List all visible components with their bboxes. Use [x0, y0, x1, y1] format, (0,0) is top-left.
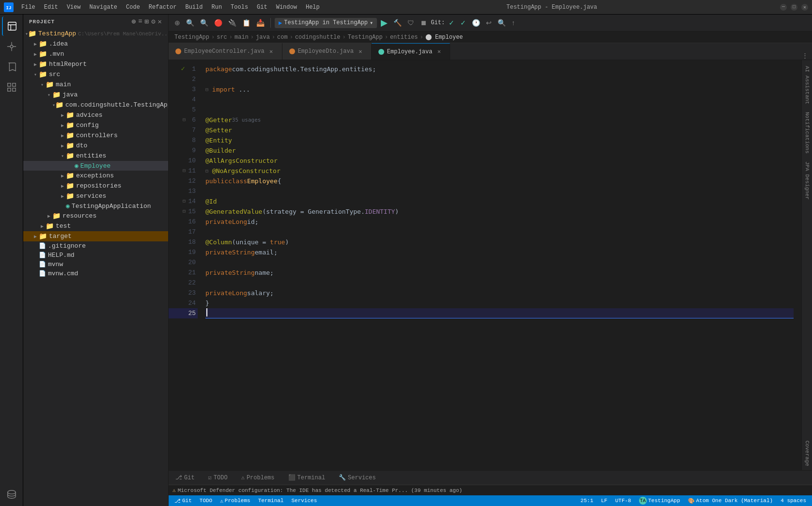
menu-build[interactable]: Build	[181, 3, 206, 12]
minimize-button[interactable]: ─	[780, 4, 787, 11]
breadcrumb-com[interactable]: com	[277, 34, 288, 41]
maximize-button[interactable]: □	[791, 4, 797, 11]
tree-employee-file[interactable]: ▶ ◉ Employee	[23, 161, 168, 171]
bottom-tab-terminal[interactable]: ⬛ Terminal	[281, 471, 332, 484]
fold-icon-11[interactable]: ⊟	[183, 166, 186, 176]
git-push[interactable]: ↑	[510, 17, 517, 29]
tree-mvn[interactable]: ▶ 📁 .mvn	[23, 49, 168, 59]
run-configuration[interactable]: ▶ TestingApp in TestingApp ▾	[275, 18, 377, 28]
run-button[interactable]: ▶	[379, 16, 390, 30]
tree-help[interactable]: ▶ 📄 HELP.md	[23, 251, 168, 260]
git-search[interactable]: 🔍	[496, 17, 508, 29]
tab-employee-controller[interactable]: EmployeeController.java ✕	[169, 43, 282, 60]
menu-view[interactable]: View	[63, 3, 85, 12]
tree-java[interactable]: ▾ 📁 java	[23, 90, 168, 100]
menu-refactor[interactable]: Refactor	[145, 3, 181, 12]
status-line-ending[interactable]: LF	[599, 498, 609, 504]
right-jpa-designer[interactable]: JPA Designer	[803, 158, 811, 204]
bottom-tab-git[interactable]: ⎇ Git	[169, 471, 202, 484]
tree-idea[interactable]: ▶ 📁 .idea	[23, 39, 168, 49]
tree-entities[interactable]: ▾ 📁 entities	[23, 151, 168, 161]
git-checkmark2[interactable]: ✓	[458, 17, 468, 29]
tree-test[interactable]: ▶ 📁 test	[23, 221, 168, 231]
bottom-tab-problems[interactable]: ⚠ Problems	[234, 471, 281, 484]
menu-window[interactable]: Window	[272, 3, 301, 12]
menu-help[interactable]: Help	[302, 3, 324, 12]
breadcrumb-employee[interactable]: ⬤ Employee	[425, 33, 463, 41]
close-button[interactable]: ✕	[801, 4, 808, 11]
activity-commit[interactable]	[2, 37, 21, 56]
tab-close-employee[interactable]: ✕	[435, 48, 443, 56]
tree-src[interactable]: ▾ 📁 src	[23, 69, 168, 79]
tab-employee[interactable]: Employee.java ✕	[372, 43, 451, 60]
tree-dto[interactable]: ▶ 📁 dto	[23, 141, 168, 151]
git-undo[interactable]: ↩	[484, 17, 494, 29]
right-coverage[interactable]: Coverage	[803, 437, 811, 470]
git-checkmark1[interactable]: ✓	[447, 17, 456, 29]
tree-config[interactable]: ▶ 📁 config	[23, 120, 168, 130]
sidebar-action-close[interactable]: ✕	[158, 17, 162, 26]
stop-button[interactable]: ⏹	[418, 17, 429, 29]
tree-root[interactable]: ▾ 📁 TestingApp C:\Users\Prem Mane\OneDri…	[23, 29, 168, 39]
status-theme[interactable]: 🎨 Atom One Dark (Material)	[686, 498, 775, 504]
tree-htmlreport[interactable]: ▶ 📁 htmlReport	[23, 59, 168, 69]
activity-project[interactable]	[2, 16, 21, 36]
menu-file[interactable]: File	[17, 3, 39, 12]
status-git-branch[interactable]: ⎇ Git	[172, 498, 194, 504]
tree-app-file[interactable]: ▶ ◉ TestingAppApplication	[23, 201, 168, 211]
code-content[interactable]: package com.codingshuttle.TestingApp.ent…	[198, 60, 801, 470]
breadcrumb-main[interactable]: main	[234, 34, 249, 41]
breadcrumb-testingapp[interactable]: TestingApp	[174, 34, 209, 41]
tab-close-controller[interactable]: ✕	[267, 47, 275, 55]
toolbar-btn-3[interactable]: 🔍	[198, 17, 210, 29]
tree-controllers[interactable]: ▶ 📁 controllers	[23, 130, 168, 141]
right-ai-assistant[interactable]: AI Assistant	[803, 62, 811, 108]
status-encoding[interactable]: UTF-8	[613, 498, 633, 504]
build-button[interactable]: 🔨	[391, 17, 404, 29]
tree-target[interactable]: ▶ 📁 target	[23, 231, 168, 241]
menu-navigate[interactable]: Navigate	[85, 3, 121, 12]
tree-repositories[interactable]: ▶ 📁 repositories	[23, 181, 168, 191]
coverage-button[interactable]: 🛡	[406, 17, 416, 29]
breadcrumb-testingapp2[interactable]: TestingApp	[348, 34, 383, 41]
breadcrumb-entities[interactable]: entities	[390, 34, 418, 41]
status-terminal[interactable]: Terminal	[256, 498, 286, 504]
sidebar-action-collapse[interactable]: ≡	[138, 17, 142, 26]
activity-structure[interactable]	[2, 78, 21, 97]
sidebar-action-expand[interactable]: ⊞	[145, 17, 149, 26]
status-todo[interactable]: TODO	[198, 498, 214, 504]
status-profile[interactable]: TA TestingApp	[637, 497, 682, 505]
fold-icon-14[interactable]: ⊟	[183, 196, 186, 206]
tree-exceptions[interactable]: ▶ 📁 exceptions	[23, 171, 168, 181]
status-problems[interactable]: ⚠ Problems	[218, 498, 252, 504]
breadcrumb-src[interactable]: src	[217, 34, 227, 41]
status-position[interactable]: 25:1	[578, 498, 595, 504]
menu-git[interactable]: Git	[253, 3, 271, 12]
menu-tools[interactable]: Tools	[227, 3, 252, 12]
tree-mvnw[interactable]: ▶ 📄 mvnw	[23, 260, 168, 269]
toolbar-btn-2[interactable]: 🔍	[184, 17, 196, 29]
bottom-tab-todo[interactable]: ☑ TODO	[202, 471, 234, 484]
tab-employee-dto[interactable]: EmployeeDto.java ✕	[282, 43, 372, 60]
tab-close-dto[interactable]: ✕	[357, 47, 364, 55]
tree-mvnw-cmd[interactable]: ▶ 📄 mvnw.cmd	[23, 269, 168, 278]
menu-code[interactable]: Code	[122, 3, 144, 12]
tree-services[interactable]: ▶ 📁 services	[23, 191, 168, 201]
breadcrumb-codingshuttle[interactable]: codingshuttle	[295, 34, 341, 41]
tree-resources[interactable]: ▶ 📁 resources	[23, 211, 168, 221]
menu-edit[interactable]: Edit	[40, 3, 62, 12]
activity-bookmarks[interactable]	[2, 57, 21, 77]
menu-run[interactable]: Run	[207, 3, 226, 12]
tree-advices[interactable]: ▶ 📁 advices	[23, 110, 168, 120]
toolbar-btn-5[interactable]: 🔌	[226, 17, 238, 29]
toolbar-btn-7[interactable]: 📥	[254, 17, 266, 29]
git-history[interactable]: 🕐	[470, 17, 482, 29]
fold-icon-15[interactable]: ⊟	[183, 206, 186, 217]
sidebar-action-new[interactable]: ⊕	[132, 17, 136, 26]
right-notifications[interactable]: Notifications	[803, 108, 811, 158]
tree-gitignore[interactable]: ▶ 📄 .gitignore	[23, 241, 168, 251]
tree-package[interactable]: ▾ 📁 com.codingshuttle.TestingApp	[23, 100, 168, 110]
status-indent[interactable]: 4 spaces	[779, 498, 808, 504]
status-services[interactable]: Services	[289, 498, 319, 504]
bottom-tab-services[interactable]: 🔧 Services	[332, 471, 383, 484]
